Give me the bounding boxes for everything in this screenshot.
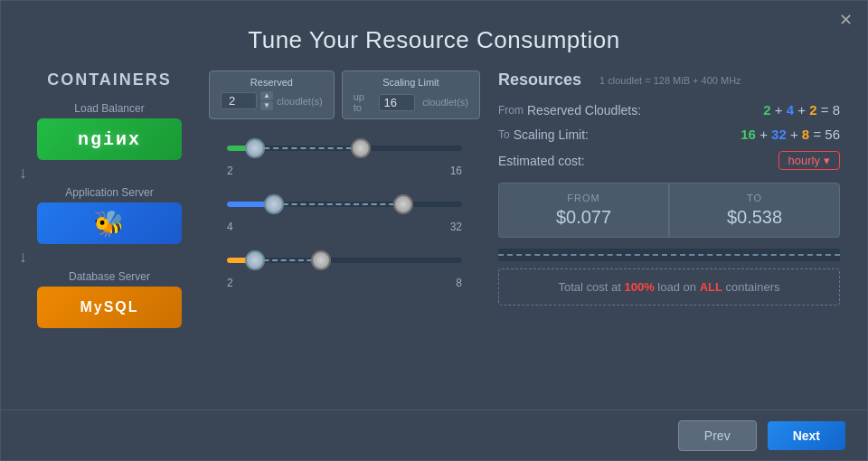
containers-title: CONTAINERS [19,71,200,89]
from-num-3: 2 [809,102,816,118]
container-item-nginx: Load Balancer ngiиx [19,102,200,160]
total-end: containers [726,280,780,294]
slider-thumb-mysql-right[interactable] [311,250,331,270]
limit-input[interactable] [379,94,415,111]
cloudlet-note: 1 cloudlet = 128 MiB + 400 MHz [599,75,741,86]
slider-track-nginx[interactable] [227,136,462,161]
slider-thumb-mysql-left[interactable] [245,250,265,270]
slider-track-mysql[interactable] [227,248,462,273]
nginx-box[interactable]: ngiиx [37,118,182,160]
to-num-1: 16 [741,127,756,142]
to-eq-sign: = [813,127,825,142]
scaling-limit-box: Scaling Limit up to cloudlet(s) [342,71,480,119]
limit-cloudlets-label: cloudlet(s) [422,97,468,108]
footer: Prev Next [1,409,867,460]
reserved-cloudlets-label: cloudlet(s) [277,96,323,107]
load-balancer-label: Load Balancer [74,102,144,115]
estimated-label: Estimated cost: [498,154,778,168]
slider-thumb-app-right[interactable] [393,194,413,214]
arrow-1: ↓ [19,164,200,183]
appserver-box[interactable]: 🐝 [37,202,182,244]
total-pct: 100% [624,280,654,294]
mysql-box[interactable]: MySQL [37,287,182,328]
cost-boxes: FROM $0.077 TO $0.538 [498,183,840,238]
cost-bar [498,249,840,261]
to-label: To [498,128,510,141]
from-num-1: 2 [763,102,770,118]
to-scaling-row: To Scaling Limit: 16 + 32 + 8 = 56 [498,127,840,142]
close-button[interactable]: ✕ [839,12,853,28]
cost-bar-dotted [498,254,840,256]
resources-panel: Resources 1 cloudlet = 128 MiB + 400 MHz… [489,71,849,423]
resources-header: Resources 1 cloudlet = 128 MiB + 400 MHz [498,71,840,89]
to-cost-value: $0.538 [683,207,826,228]
estimated-cost-row: Estimated cost: hourly ▾ [498,151,840,170]
slider-app-right-val: 32 [450,221,462,233]
slider-nginx-right-val: 16 [450,165,462,177]
slider-mysql-left-val: 2 [227,277,233,289]
up-to-label: up to [354,91,373,113]
to-plus-2: + [790,127,802,142]
db-server-label: Database Server [69,270,150,283]
slider-thumb-app-left[interactable] [264,194,284,214]
from-cost-label: FROM [512,193,656,203]
to-total: 56 [825,127,840,142]
slider-labels-appserver: 4 32 [227,221,462,233]
scaling-limit-label: Scaling Limit [382,77,439,88]
container-item-mysql: Database Server MySQL [19,270,200,328]
slider-thumb-nginx-left[interactable] [245,138,265,158]
reserved-spinners: ▲ ▼ [260,91,273,110]
from-cost-value: $0.077 [512,207,656,228]
from-plus-1: + [775,102,787,118]
slider-labels-mysql: 2 8 [227,277,462,289]
total-mid: load on [657,280,696,294]
from-num-2: 4 [787,102,794,118]
slider-app-left-val: 4 [227,221,233,233]
page-title: Tune Your Resource Consumption [1,1,867,71]
to-cost-box: TO $0.538 [669,183,840,238]
next-button[interactable]: Next [768,421,845,450]
reserved-spin-down[interactable]: ▼ [260,101,273,110]
from-detail-label: Reserved Cloudlets: [527,103,763,118]
from-cost-box: FROM $0.077 [498,183,669,238]
total-all: ALL [700,280,722,294]
slider-track-appserver[interactable] [227,192,462,217]
reserved-spin-up[interactable]: ▲ [260,91,273,100]
reserved-input[interactable] [221,92,257,109]
to-detail-label: Scaling Limit: [514,127,741,142]
to-num-3: 8 [802,127,809,142]
to-plus-1: + [760,127,771,142]
to-equation: 16 + 32 + 8 = 56 [741,127,840,142]
reserved-box: Reserved ▲ ▼ cloudlet(s) [209,71,335,119]
slider-section-mysql: 2 8 [209,248,480,289]
from-label: From [498,104,524,117]
appserver-logo: 🐝 [93,209,127,239]
dropdown-arrow-icon: ▾ [824,154,830,167]
container-item-appserver: Application Server 🐝 [19,186,200,244]
app-server-label: Application Server [65,186,153,199]
arrow-2: ↓ [19,248,200,267]
hourly-dropdown[interactable]: hourly ▾ [778,151,840,170]
reserved-label: Reserved [250,77,293,88]
slider-labels-nginx: 2 16 [227,165,462,177]
slider-mysql-right-val: 8 [456,277,462,289]
hourly-label: hourly [788,154,820,167]
from-equation: 2 + 4 + 2 = 8 [763,102,840,118]
slider-section-appserver: 4 32 [209,192,480,233]
prev-button[interactable]: Prev [678,420,757,451]
slider-thumb-nginx-right[interactable] [351,138,371,158]
from-cloudlets-row: From Reserved Cloudlets: 2 + 4 + 2 = 8 [498,102,840,118]
containers-panel: CONTAINERS Load Balancer ngiиx ↓ Applica… [19,71,200,423]
slider-section-nginx: 2 16 [209,136,480,177]
to-cost-label: TO [683,193,826,203]
slider-header: Reserved ▲ ▼ cloudlet(s) Scaling Limit u… [209,71,480,119]
modal: ✕ Tune Your Resource Consumption CONTAIN… [0,0,868,461]
mysql-logo: MySQL [80,299,138,315]
total-cost-box: Total cost at 100% load on ALL container… [498,268,840,306]
sliders-panel: Reserved ▲ ▼ cloudlet(s) Scaling Limit u… [209,71,480,423]
from-eq-sign: = [821,102,833,118]
from-total: 8 [833,102,840,118]
total-label: Total cost at [558,280,620,294]
slider-nginx-left-val: 2 [227,165,233,177]
nginx-logo: ngiиx [78,129,141,150]
